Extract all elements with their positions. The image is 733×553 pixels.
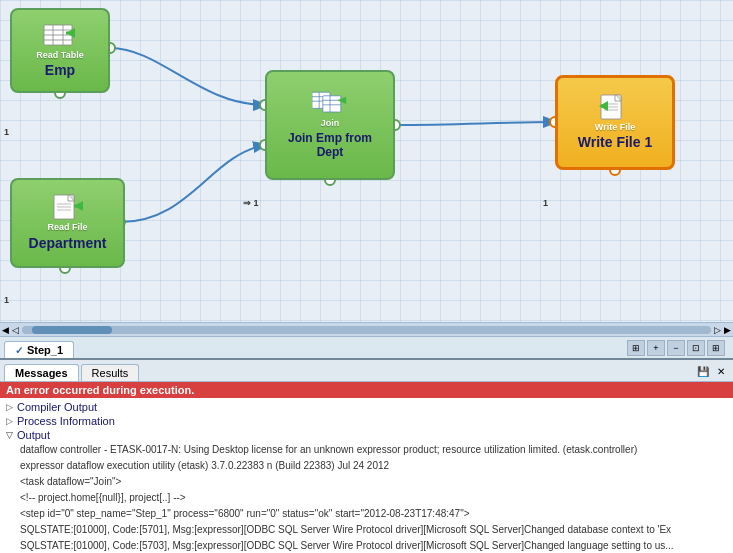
join-icon: [312, 89, 348, 117]
output-line-5: SQLSTATE:[01000], Code:[5701], Msg:[expr…: [0, 522, 733, 538]
scroll-thumb[interactable]: [32, 326, 112, 334]
scroll-next-btn[interactable]: ▷: [714, 325, 721, 335]
scroll-track: [22, 326, 711, 334]
node-title-read-table-emp: Read Table: [36, 51, 83, 61]
compiler-output-arrow: ▷: [6, 402, 13, 412]
port-label-join-in: ⇒ 1: [243, 198, 259, 208]
tab-results[interactable]: Results: [81, 364, 140, 381]
port-label-dept-out: 1: [4, 295, 9, 305]
msg-clear-btn[interactable]: ✕: [713, 363, 729, 379]
node-write-file-1[interactable]: Write File Write File 1: [555, 75, 675, 170]
step-tab-check-icon: ✓: [15, 345, 23, 356]
output-section[interactable]: ▽ Output: [0, 428, 733, 442]
svg-rect-29: [323, 96, 341, 112]
zoom-out-btn[interactable]: −: [667, 340, 685, 356]
svg-rect-24: [74, 205, 80, 208]
tab-messages[interactable]: Messages: [4, 364, 79, 381]
msg-save-btn[interactable]: 💾: [695, 363, 711, 379]
node-label-join: Join Emp fromDept: [288, 131, 372, 159]
port-label-emp-out: 1: [4, 127, 9, 137]
output-line-3: <!-- project.home[{null}], project[..] -…: [0, 490, 733, 506]
write-file-icon: [597, 93, 633, 121]
zoom-in-btn[interactable]: +: [647, 340, 665, 356]
output-label: Output: [17, 429, 50, 441]
read-table-icon: [42, 21, 78, 49]
node-label-write-file-1: Write File 1: [578, 134, 652, 150]
compiler-output-label: Compiler Output: [17, 401, 97, 413]
node-join-emp-dept[interactable]: Join Join Emp fromDept: [265, 70, 395, 180]
read-file-icon: [50, 193, 86, 221]
messages-content[interactable]: ▷ Compiler Output ▷ Process Information …: [0, 398, 733, 553]
node-title-write-file: Write File: [595, 123, 635, 133]
workflow-canvas[interactable]: Read Table Emp Read File Department: [0, 0, 733, 322]
error-bar: An error occurred during execution.: [0, 382, 733, 398]
tab-nav-group: ⊞ + − ⊡ ⊞: [627, 340, 729, 358]
port-label-write-out: 1: [543, 198, 548, 208]
scroll-right-btn[interactable]: ▶: [724, 325, 731, 335]
msg-tab-icons: 💾 ✕: [695, 363, 729, 381]
svg-rect-17: [66, 31, 72, 34]
node-title-join: Join: [321, 119, 340, 129]
output-line-4: <step id="0" step_name="Step_1" process=…: [0, 506, 733, 522]
output-line-0: dataflow controller - ETASK-0017-N: Usin…: [0, 442, 733, 458]
process-info-arrow: ▷: [6, 416, 13, 426]
output-line-6: SQLSTATE:[01000], Code:[5703], Msg:[expr…: [0, 538, 733, 553]
compiler-output-section[interactable]: ▷ Compiler Output: [0, 400, 733, 414]
process-info-section[interactable]: ▷ Process Information: [0, 414, 733, 428]
output-arrow: ▽: [6, 430, 13, 440]
node-read-table-emp[interactable]: Read Table Emp: [10, 8, 110, 93]
canvas-tab-bar: ✓ Step_1 ⊞ + − ⊡ ⊞: [0, 336, 733, 358]
process-info-label: Process Information: [17, 415, 115, 427]
tab-step1[interactable]: ✓ Step_1: [4, 341, 74, 358]
tab-step1-label: Step_1: [27, 344, 63, 356]
scroll-left-btn[interactable]: ◀: [2, 325, 9, 335]
messages-tab-bar: Messages Results 💾 ✕: [0, 360, 733, 382]
fit-view-btn[interactable]: ⊞: [627, 340, 645, 356]
node-label-emp: Emp: [45, 62, 75, 78]
scroll-prev-btn[interactable]: ◁: [12, 325, 19, 335]
node-title-read-file-dept: Read File: [47, 223, 87, 233]
output-line-2: <task dataflow="Join">: [0, 474, 733, 490]
zoom-reset-btn[interactable]: ⊡: [687, 340, 705, 356]
node-label-department: Department: [29, 235, 107, 251]
messages-panel: Messages Results 💾 ✕ An error occurred d…: [0, 358, 733, 553]
output-line-1: expressor dataflow execution utility (et…: [0, 458, 733, 474]
grid-btn[interactable]: ⊞: [707, 340, 725, 356]
node-read-file-dept[interactable]: Read File Department: [10, 178, 125, 268]
svg-rect-40: [601, 104, 607, 107]
h-scrollbar[interactable]: ◀ ◁ ▷ ▶: [0, 322, 733, 336]
